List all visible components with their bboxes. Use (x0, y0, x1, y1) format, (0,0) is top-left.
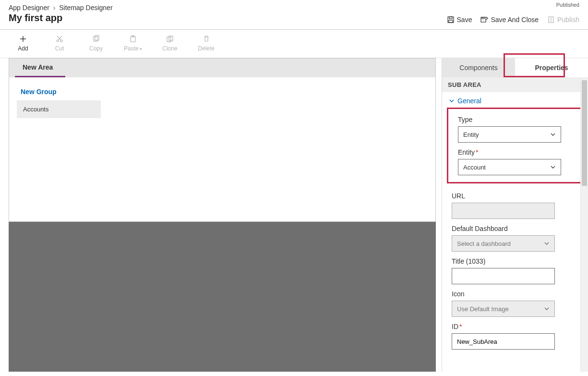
svg-rect-10 (131, 36, 135, 42)
area-header: New Area (9, 59, 435, 77)
save-and-close-button[interactable]: Save And Close (480, 16, 539, 24)
subarea-item[interactable]: Accounts (17, 100, 101, 118)
status-badge: Published (556, 2, 579, 8)
chevron-down-icon: ▾ (140, 47, 142, 51)
clone-button[interactable]: Clone (161, 35, 179, 52)
right-panel: Components Properties SUB AREA General T… (442, 58, 588, 372)
cut-icon (55, 35, 64, 43)
field-dashboard: Default Dashboard Select a dashboard (442, 221, 587, 254)
id-input[interactable] (452, 333, 555, 350)
field-entity: Entity* Account (448, 145, 581, 177)
canvas-background (9, 222, 436, 372)
id-input-inner[interactable] (457, 334, 550, 349)
icon-value: Use Default Image (457, 305, 509, 313)
chevron-down-icon (550, 132, 556, 137)
general-section-toggle[interactable]: General (442, 92, 587, 108)
icon-select[interactable]: Use Default Image (452, 301, 555, 317)
clone-label: Clone (162, 45, 177, 52)
paste-label: Paste (124, 45, 139, 52)
breadcrumb-sitemap-designer[interactable]: Sitemap Designer (59, 4, 112, 12)
type-value: Entity (463, 131, 479, 138)
url-input (452, 203, 555, 219)
panel-tabs: Components Properties (442, 58, 588, 77)
paste-icon (129, 35, 137, 43)
highlight-type-entity: Type Entity Entity* Account (447, 108, 582, 183)
chevron-down-icon (544, 306, 550, 312)
chevron-down-icon (449, 98, 455, 104)
cut-button[interactable]: Cut (51, 35, 68, 52)
breadcrumb: App Designer › Sitemap Designer (9, 4, 579, 12)
copy-label: Copy (89, 45, 103, 52)
id-label: ID* (452, 323, 577, 330)
entity-value: Account (463, 164, 486, 171)
svg-rect-1 (449, 17, 452, 19)
header: App Designer › Sitemap Designer My first… (0, 0, 588, 30)
field-id: ID* (442, 319, 587, 352)
toolbar: Add Cut Copy Paste▾ Clone Delete (0, 30, 588, 58)
main: New Area New Group Accounts Components P… (0, 58, 588, 372)
breadcrumb-app-designer[interactable]: App Designer (9, 4, 49, 12)
entity-select[interactable]: Account (458, 159, 561, 175)
save-label: Save (457, 16, 472, 24)
dashboard-placeholder: Select a dashboard (457, 240, 511, 247)
copy-icon (92, 35, 100, 43)
publish-icon (547, 16, 555, 24)
clone-icon (166, 35, 174, 43)
icon-label: Icon (452, 290, 577, 298)
publish-button[interactable]: Publish (547, 16, 579, 24)
section-subarea: SUB AREA (442, 77, 588, 92)
url-input-inner (457, 203, 550, 218)
required-icon: * (476, 148, 478, 156)
group-title[interactable]: New Group (17, 85, 428, 98)
panel-scroll[interactable]: General Type Entity Entity* Account (442, 92, 588, 372)
svg-rect-4 (482, 17, 484, 19)
chevron-down-icon (550, 164, 556, 170)
add-label: Add (18, 45, 28, 52)
entity-label: Entity* (458, 148, 571, 156)
type-label: Type (458, 116, 571, 123)
cut-label: Cut (55, 45, 64, 52)
canvas-column: New Area New Group Accounts (0, 58, 442, 372)
type-select[interactable]: Entity (458, 126, 561, 143)
dashboard-select[interactable]: Select a dashboard (452, 235, 555, 252)
title-input-inner[interactable] (457, 268, 550, 284)
field-url: URL (442, 188, 587, 221)
field-icon: Icon Use Default Image (442, 286, 587, 319)
save-icon (447, 16, 455, 24)
plus-icon (19, 35, 27, 43)
delete-icon (202, 35, 211, 43)
delete-button[interactable]: Delete (198, 35, 215, 52)
url-label: URL (452, 192, 577, 200)
scrollbar[interactable] (580, 78, 588, 372)
tab-properties[interactable]: Properties (515, 58, 588, 77)
tab-components[interactable]: Components (442, 58, 515, 77)
chevron-down-icon (544, 241, 550, 246)
add-button[interactable]: Add (14, 35, 32, 52)
canvas-body: New Group Accounts (9, 77, 435, 221)
title-input[interactable] (452, 268, 555, 284)
delete-label: Delete (198, 45, 215, 52)
save-close-icon (480, 16, 488, 24)
field-type: Type Entity (448, 112, 581, 145)
paste-button[interactable]: Paste▾ (124, 35, 142, 52)
required-icon: * (459, 323, 462, 330)
sitemap-canvas: New Area New Group Accounts (9, 58, 436, 222)
area-tab[interactable]: New Area (15, 59, 65, 77)
general-label: General (457, 97, 481, 105)
scrollbar-thumb[interactable] (582, 80, 587, 186)
dashboard-label: Default Dashboard (452, 225, 577, 232)
copy-button[interactable]: Copy (87, 35, 105, 52)
chevron-right-icon: › (53, 4, 56, 12)
save-close-label: Save And Close (491, 16, 539, 24)
header-actions: Save Save And Close Publish (447, 16, 579, 24)
save-button[interactable]: Save (447, 16, 472, 24)
svg-rect-2 (449, 20, 453, 23)
field-title: Title (1033) (442, 254, 587, 286)
title-label: Title (1033) (452, 257, 577, 265)
publish-label: Publish (557, 16, 579, 24)
